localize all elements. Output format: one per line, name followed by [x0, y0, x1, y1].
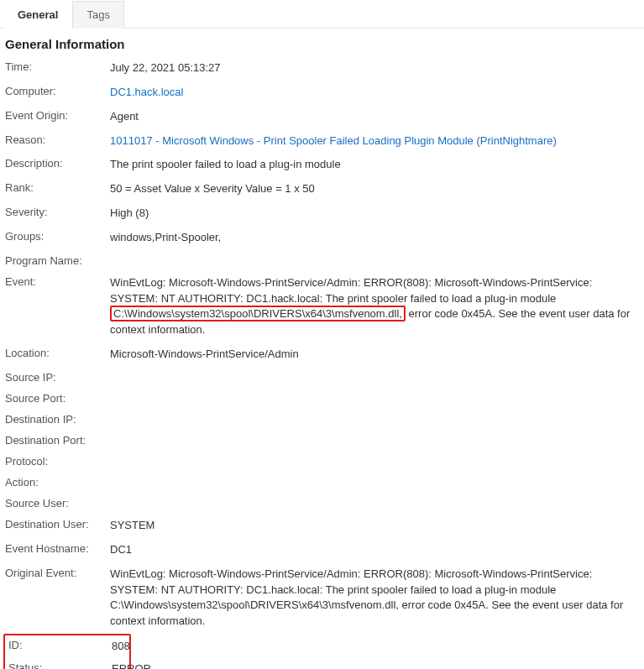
row-rank: Rank: 50 = Asset Value x Severity Value … — [5, 177, 639, 201]
value-reason: 1011017 - Microsoft Windows - Print Spoo… — [110, 133, 639, 149]
row-event-hostname: Event Hostname: DC1 — [5, 538, 639, 562]
value-time: July 22, 2021 05:13:27 — [110, 60, 639, 76]
label-source-port: Source Port: — [5, 392, 110, 405]
row-source-port: Source Port: — [5, 388, 639, 409]
label-id: ID: — [7, 639, 112, 651]
label-destination-port: Destination Port: — [5, 434, 110, 447]
label-computer: Computer: — [5, 85, 110, 97]
label-reason: Reason: — [5, 133, 110, 146]
value-id: 808 — [112, 639, 130, 655]
value-computer: DC1.hack.local — [110, 85, 639, 101]
label-event-origin: Event Origin: — [5, 109, 110, 122]
label-description: Description: — [5, 157, 110, 170]
label-source-user: Source User: — [5, 497, 110, 510]
value-event-hostname: DC1 — [110, 542, 639, 558]
section-title: General Information — [0, 29, 644, 56]
value-severity: High (8) — [110, 206, 639, 222]
label-rank: Rank: — [5, 181, 110, 194]
row-reason: Reason: 1011017 - Microsoft Windows - Pr… — [5, 129, 639, 154]
value-event: WinEvtLog: Microsoft-Windows-PrintServic… — [110, 275, 639, 338]
label-destination-user: Destination User: — [5, 518, 110, 530]
row-source-ip: Source IP: — [5, 367, 639, 388]
row-id: ID: 808 — [5, 635, 129, 658]
link-reason[interactable]: 1011017 - Microsoft Windows - Print Spoo… — [110, 134, 557, 147]
row-destination-ip: Destination IP: — [5, 409, 639, 430]
label-groups: Groups: — [5, 230, 110, 243]
label-source-ip: Source IP: — [5, 371, 110, 384]
row-time: Time: July 22, 2021 05:13:27 — [5, 56, 639, 81]
row-protocol: Protocol: — [5, 451, 639, 472]
link-computer[interactable]: DC1.hack.local — [110, 86, 183, 98]
row-severity: Severity: High (8) — [5, 201, 639, 226]
value-groups: windows,Print-Spooler, — [110, 230, 639, 246]
row-status: Status: ERROR — [5, 658, 129, 669]
label-program-name: Program Name: — [5, 254, 110, 267]
value-event-origin: Agent — [110, 109, 639, 125]
value-destination-user: SYSTEM — [110, 518, 639, 534]
tabs-bar: General Tags — [0, 0, 644, 29]
row-location: Location: Microsoft-Windows-PrintService… — [5, 342, 639, 367]
row-source-user: Source User: — [5, 493, 639, 514]
id-status-highlight-box: ID: 808 Status: ERROR — [3, 634, 131, 669]
label-event-hostname: Event Hostname: — [5, 542, 110, 555]
label-protocol: Protocol: — [5, 455, 110, 468]
label-status: Status: — [7, 661, 112, 669]
row-program-name: Program Name: — [5, 250, 639, 271]
label-location: Location: — [5, 347, 110, 359]
row-action: Action: — [5, 472, 639, 493]
label-event: Event: — [5, 275, 110, 288]
row-event-origin: Event Origin: Agent — [5, 105, 639, 129]
label-time: Time: — [5, 60, 110, 73]
row-groups: Groups: windows,Print-Spooler, — [5, 226, 639, 250]
row-event: Event: WinEvtLog: Microsoft-Windows-Prin… — [5, 271, 639, 342]
general-information-table: Time: July 22, 2021 05:13:27 Computer: D… — [0, 56, 644, 669]
tab-general[interactable]: General — [3, 1, 72, 29]
label-original-event: Original Event: — [5, 567, 110, 579]
row-destination-port: Destination Port: — [5, 430, 639, 451]
value-rank: 50 = Asset Value x Severity Value = 1 x … — [110, 181, 639, 197]
value-location: Microsoft-Windows-PrintService/Admin — [110, 347, 639, 363]
event-highlight-path: C:\Windows\system32\spool\DRIVERS\x64\3\… — [110, 306, 406, 321]
label-action: Action: — [5, 476, 110, 489]
row-original-event: Original Event: WinEvtLog: Microsoft-Win… — [5, 562, 639, 634]
event-text-pre: WinEvtLog: Microsoft-Windows-PrintServic… — [110, 276, 592, 305]
label-severity: Severity: — [5, 206, 110, 218]
tab-tags[interactable]: Tags — [72, 1, 123, 29]
value-status: ERROR — [112, 661, 151, 669]
row-computer: Computer: DC1.hack.local — [5, 81, 639, 105]
row-destination-user: Destination User: SYSTEM — [5, 514, 639, 538]
value-description: The print spooler failed to load a plug-… — [110, 157, 639, 173]
label-destination-ip: Destination IP: — [5, 413, 110, 426]
value-original-event: WinEvtLog: Microsoft-Windows-PrintServic… — [110, 567, 639, 630]
row-description: Description: The print spooler failed to… — [5, 153, 639, 177]
